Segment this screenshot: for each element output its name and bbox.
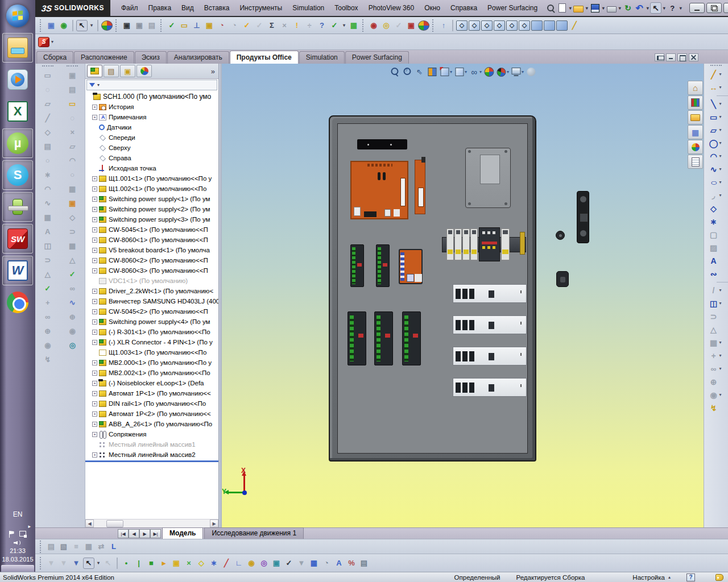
toolbar-icon[interactable]: ✓ <box>40 282 55 294</box>
chevron-down-icon[interactable]: ▾ <box>719 101 725 106</box>
tree-horizontal-scrollbar[interactable]: ◀ ▶ <box>85 519 218 527</box>
show-desktop-button[interactable] <box>1 565 34 572</box>
quickbar-icon[interactable] <box>589 2 601 14</box>
tree-tab[interactable] <box>136 65 152 77</box>
filter-icon[interactable]: ◔ <box>321 558 332 569</box>
view-tool-icon[interactable] <box>511 66 522 77</box>
filter-icon[interactable]: ▣ <box>271 558 282 569</box>
taskbar-app-button[interactable] <box>2 1 33 31</box>
expand-icon[interactable]: + <box>92 115 97 120</box>
expand-icon[interactable]: + <box>92 360 97 365</box>
tree-item[interactable]: + Винчестер SAMSUNG HD403LJ (400 <box>85 296 218 306</box>
toolbar-icon[interactable]: ◠ <box>40 182 55 195</box>
toolbar-icon[interactable]: + <box>40 296 55 309</box>
rollback-bar[interactable] <box>85 460 218 462</box>
commandmanager-tab[interactable]: Расположение <box>74 51 134 64</box>
toolbar-icon[interactable]: ◇ <box>456 20 468 31</box>
filter-icon[interactable]: ╱ <box>221 558 232 569</box>
toolbar-icon[interactable]: ▣ <box>65 69 80 81</box>
view-tool-icon[interactable] <box>469 66 479 77</box>
view-tool-icon[interactable] <box>402 66 412 77</box>
filter-icon[interactable]: ▼ <box>58 558 69 569</box>
toolbar-icon[interactable]: ▤ <box>146 20 158 31</box>
taskbar-app-button[interactable] <box>2 33 33 63</box>
sketch-tool[interactable]: + ▾ <box>704 349 728 362</box>
toolbar-icon[interactable]: ÷ <box>304 20 315 31</box>
menu-item[interactable]: Power Surfacing <box>482 2 543 14</box>
tree-item[interactable]: Датчики <box>85 122 218 132</box>
toolbar-icon[interactable]: ▣ <box>204 20 215 31</box>
task-pane-tab[interactable] <box>688 140 703 154</box>
settings-toggle[interactable]: Настройка ▴ <box>632 574 671 581</box>
filter-icon[interactable]: ▦ <box>308 558 320 569</box>
view-tool-icon[interactable] <box>496 66 507 77</box>
toolbar-icon[interactable]: ○ <box>65 168 80 181</box>
tree-item[interactable]: + CW-8060<2> (По умолчанию<<П <box>85 255 218 265</box>
sketch-tool[interactable]: ╲ ▾ <box>704 97 728 110</box>
scroll-left-icon[interactable]: ◀ <box>85 519 94 527</box>
model-v5-breakout-board[interactable] <box>399 249 423 284</box>
model-stepper-driver[interactable] <box>350 244 364 287</box>
filter-icon[interactable]: | <box>133 558 144 569</box>
tree-item[interactable]: + (-) R-301<1> (По умолчанию<<По <box>85 327 218 337</box>
network-icon[interactable] <box>19 531 27 538</box>
menu-item[interactable]: Вставка <box>199 2 235 14</box>
commandmanager-tab[interactable]: Power Surfacing <box>345 51 409 64</box>
tree-tab[interactable] <box>87 65 102 77</box>
restore-icon[interactable] <box>706 3 722 13</box>
tree-item[interactable]: + ABB_A_26<1> (По умолчанию<По <box>85 419 218 429</box>
toolbar-icon[interactable]: ✓ <box>65 268 80 280</box>
taskbar-app-button[interactable] <box>2 192 33 222</box>
chevron-down-icon[interactable]: ▾ <box>719 392 725 397</box>
toolbar-icon[interactable]: ▱ <box>40 97 55 110</box>
toolbar-icon[interactable]: ▦ <box>40 211 55 223</box>
filter-icon[interactable]: ∟ <box>233 558 245 569</box>
quickbar-icon[interactable]: ↖ <box>650 2 661 14</box>
toolbar-icon[interactable] <box>40 19 43 32</box>
view-tool-icon[interactable] <box>389 66 400 77</box>
toolbar-icon[interactable] <box>452 20 453 31</box>
filter-icon[interactable]: ↖ <box>83 558 94 569</box>
toolbar-icon[interactable]: ◔ <box>229 20 240 31</box>
quickbar-icon[interactable] <box>545 2 556 14</box>
expand-icon[interactable]: + <box>92 391 97 396</box>
chevron-down-icon[interactable]: ▾ <box>719 167 725 172</box>
tree-item[interactable]: Сверху <box>85 143 218 153</box>
quickbar-icon[interactable]: ? <box>667 2 678 14</box>
task-pane-tab[interactable] <box>688 95 703 110</box>
tree-item[interactable]: + CW-8060<3> (По умолчанию<<П <box>85 265 218 276</box>
toolbar-icon[interactable] <box>544 20 555 31</box>
toolbar-icon[interactable]: L <box>108 541 119 552</box>
tree-item[interactable]: + DIN rail<1> (По умолчанию<<По <box>85 398 218 409</box>
filter-icon[interactable]: % <box>346 558 357 569</box>
sketch-tool[interactable]: ↔ ▾ <box>704 81 728 94</box>
toolbar-icon[interactable]: ∗ <box>40 168 55 181</box>
filter-icon[interactable]: ◇ <box>196 558 207 569</box>
tree-item[interactable]: + Местный линейный массив2 <box>85 450 218 460</box>
model-stepper-driver[interactable] <box>374 311 393 365</box>
expand-icon[interactable]: + <box>92 289 97 294</box>
quickbar-icon[interactable]: ▾ <box>678 2 683 14</box>
toolbar-icon[interactable]: ◇ <box>469 20 480 31</box>
quickbar-icon[interactable]: ▾ <box>601 2 606 14</box>
model-connector[interactable] <box>556 271 569 287</box>
toolbar-icon[interactable]: △ <box>40 268 55 280</box>
toolbar-icon[interactable] <box>160 19 163 32</box>
sketch-tool[interactable]: ◠ ▾ <box>704 149 728 163</box>
model-stepper-driver[interactable] <box>402 311 421 365</box>
toolbar-icon[interactable]: Σ <box>266 20 278 31</box>
tree-item[interactable]: + История <box>85 102 218 112</box>
tab-nav-button[interactable]: ▶| <box>150 529 161 538</box>
chevron-down-icon[interactable]: ▾ <box>719 85 725 90</box>
toolbar-icon[interactable] <box>531 20 543 31</box>
tag-icon[interactable] <box>715 574 723 581</box>
scrollbar-thumb[interactable] <box>106 520 123 527</box>
toolbar-icon[interactable] <box>101 20 113 31</box>
chevron-down-icon[interactable]: ▾ <box>719 114 725 119</box>
toolbar-icon[interactable]: ! <box>291 20 303 31</box>
chevron-down-icon[interactable]: ▾ <box>719 72 725 77</box>
tree-item[interactable]: + CW-8060<1> (По умолчанию<<П <box>85 235 218 245</box>
chevron-down-icon[interactable]: ▾ <box>719 301 725 306</box>
tree-item[interactable]: + CW-5045<1> (По умолчанию<<П <box>85 225 218 235</box>
toolbar-icon[interactable]: ✓ <box>166 20 177 31</box>
